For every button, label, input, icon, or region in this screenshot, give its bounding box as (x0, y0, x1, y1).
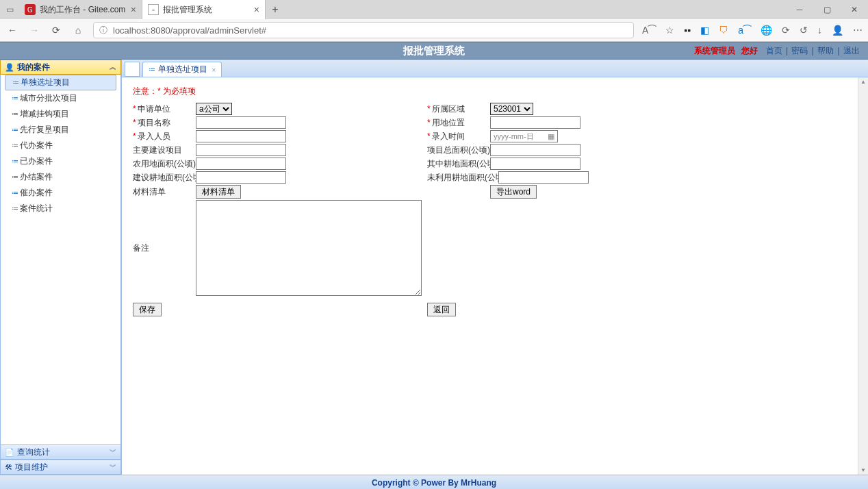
label-entry-time: 录入时间 (432, 131, 465, 141)
label-region: 所属区域 (432, 104, 465, 114)
back-button[interactable]: ← (5, 25, 19, 36)
panel-header-my-cases[interactable]: 👤 我的案件 ︽ (0, 60, 121, 75)
sidebar-item-increase-hook[interactable]: ≔增减挂钩项目 (5, 106, 116, 122)
refresh-button[interactable]: ⟳ (49, 25, 63, 36)
save-button[interactable]: 保存 (133, 303, 162, 316)
app-footer: Copyright © Power By MrHuang (0, 475, 868, 489)
input-cultivated-area[interactable] (490, 158, 580, 170)
sidebar-item-urge[interactable]: ≔催办案件 (5, 185, 116, 201)
list-icon: ≔ (12, 126, 17, 134)
input-entry-time[interactable]: yyyy-mm-日 ▦ (490, 130, 558, 142)
list-icon: ≔ (12, 79, 18, 86)
site-info-icon[interactable]: ⓘ (99, 25, 107, 36)
label-unused-cultivated: 未利用耕地面积(公顷) (427, 172, 498, 184)
input-farm-area[interactable] (196, 158, 286, 170)
panel-body-my-cases: ≔单独选址项目 ≔城市分批次项目 ≔增减挂钩项目 ≔先行复垦项目 ≔代办案件 ≔… (0, 75, 121, 444)
label-apply-unit: 申请单位 (138, 104, 170, 114)
select-region[interactable]: 523001 (490, 103, 533, 115)
globe-icon[interactable]: 🌐 (761, 25, 772, 36)
tab-overview-icon[interactable]: ▭ (0, 5, 19, 14)
maximize-button[interactable]: ▢ (813, 0, 841, 19)
sidebar-item-city-batch[interactable]: ≔城市分批次项目 (5, 90, 116, 106)
greeting: 您好 (741, 46, 758, 55)
translate-icon[interactable]: a⁀ (738, 25, 751, 36)
forward-button[interactable]: → (27, 25, 41, 36)
sidebar-item-handled[interactable]: ≔已办案件 (5, 153, 116, 169)
label-entry-person: 录入人员 (138, 131, 170, 141)
sidebar-item-reclamation[interactable]: ≔先行复垦项目 (5, 122, 116, 138)
page-favicon-icon: ▫ (148, 4, 159, 15)
input-unused-cultivated[interactable] (498, 171, 589, 184)
profile-avatar-icon[interactable]: 👤 (832, 25, 843, 36)
browser-tab-active[interactable]: ▫ 报批管理系统 × (142, 0, 266, 19)
header-user-area: 系统管理员 您好 首页 | 密码 | 帮助 | 退出 (694, 45, 860, 57)
url-bar[interactable]: ⓘ (93, 22, 634, 38)
tab-close-icon[interactable]: × (131, 4, 136, 15)
calendar-icon[interactable]: ▦ (548, 132, 554, 141)
list-icon: ≔ (12, 173, 17, 181)
content-tabbar: ≔ 单独选址项目 × (122, 60, 868, 77)
sidebar-item-label: 案件统计 (20, 203, 53, 214)
input-total-area[interactable] (490, 144, 580, 156)
expand-icon[interactable]: ︾ (110, 462, 116, 472)
select-apply-unit[interactable]: a公司 (196, 103, 232, 115)
close-window-button[interactable]: ✕ (841, 0, 868, 19)
sidebar-item-single-site[interactable]: ≔单独选址项目 (5, 75, 116, 90)
report-icon: 📄 (5, 448, 14, 457)
panel-title: 我的案件 (17, 62, 50, 73)
sync-icon[interactable]: ⟳ (782, 25, 790, 36)
label-cultivated-area: 其中耕地面积(公顷) (427, 158, 490, 170)
sidebar-item-label: 办结案件 (20, 171, 53, 183)
material-list-button[interactable]: 材料清单 (196, 185, 241, 199)
input-land-location[interactable] (490, 116, 580, 129)
input-project-name[interactable] (196, 116, 286, 129)
nav-home-link[interactable]: 首页 (766, 46, 782, 55)
extension-icon[interactable]: ▪▪ (684, 25, 691, 36)
new-tab-button[interactable]: + (266, 3, 285, 16)
admin-label: 系统管理员 (694, 46, 735, 55)
tab-title: 报批管理系统 (163, 4, 250, 16)
textarea-remark[interactable] (196, 200, 422, 296)
input-build-cultivated[interactable] (196, 171, 286, 184)
tab-close-icon[interactable]: × (254, 4, 259, 15)
nav-help-link[interactable]: 帮助 (817, 46, 834, 55)
download-icon[interactable]: ↓ (817, 25, 822, 36)
vertical-scrollbar[interactable] (858, 77, 868, 475)
collapse-icon[interactable]: ︽ (110, 62, 116, 72)
tab-close-icon[interactable]: × (212, 66, 216, 74)
sidebar: 👤 我的案件 ︽ ≔单独选址项目 ≔城市分批次项目 ≔增减挂钩项目 ≔先行复垦项… (0, 60, 122, 475)
content-tab-title: 单独选址项目 (158, 64, 207, 75)
home-button[interactable]: ⌂ (71, 25, 85, 36)
list-icon: ≔ (12, 158, 17, 165)
sidebar-item-stats[interactable]: ≔案件统计 (5, 201, 116, 216)
browser-tab-gitee[interactable]: G 我的工作台 - Gitee.com × (19, 0, 142, 19)
more-icon[interactable]: ⋯ (853, 25, 863, 36)
sidebar-item-closed[interactable]: ≔办结案件 (5, 169, 116, 185)
nav-password-link[interactable]: 密码 (791, 46, 808, 55)
read-aloud-icon[interactable]: A⁀ (642, 25, 656, 36)
export-word-button[interactable]: 导出word (490, 185, 537, 199)
panel-header-query-stats[interactable]: 📄 查询统计 ︾ (0, 444, 121, 460)
history-icon[interactable]: ↺ (800, 25, 808, 36)
url-input[interactable] (113, 25, 628, 36)
sidebar-item-pending[interactable]: ≔代办案件 (5, 138, 116, 153)
back-button[interactable]: 返回 (427, 303, 456, 316)
main-content: ≔ 单独选址项目 × 注意：* 为必填项 *申请单位 a公司 *所属区域 523… (122, 60, 868, 475)
gitee-favicon-icon: G (25, 4, 36, 15)
extension-icon[interactable]: ◧ (700, 25, 709, 36)
favorite-icon[interactable]: ☆ (665, 25, 674, 36)
nav-logout-link[interactable]: 退出 (843, 46, 860, 55)
shield-icon[interactable]: ⛉ (719, 25, 728, 36)
blank-tab-slot[interactable] (125, 62, 140, 77)
tools-icon: 🛠 (5, 463, 12, 471)
input-main-build[interactable] (196, 144, 286, 156)
sidebar-item-label: 催办案件 (20, 187, 53, 199)
app-header: 报批管理系统 系统管理员 您好 首页 | 密码 | 帮助 | 退出 (0, 42, 868, 60)
input-entry-person[interactable] (196, 130, 286, 142)
list-icon: ≔ (12, 142, 17, 149)
content-tab-single-site[interactable]: ≔ 单独选址项目 × (142, 62, 222, 77)
panel-header-project-maint[interactable]: 🛠 项目维护 ︾ (0, 460, 121, 475)
expand-icon[interactable]: ︾ (110, 447, 116, 457)
date-placeholder: yyyy-mm-日 (494, 131, 534, 142)
minimize-button[interactable]: ─ (786, 0, 813, 19)
